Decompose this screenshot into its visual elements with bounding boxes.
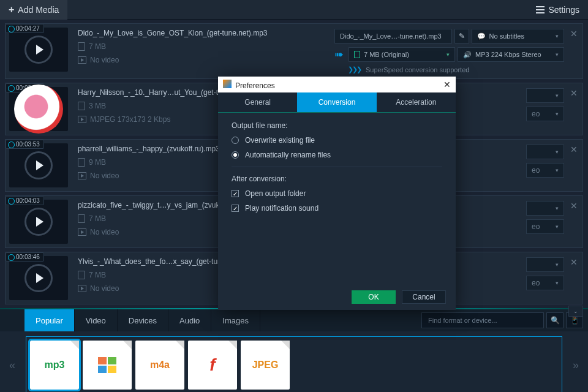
dropdown-stub[interactable] bbox=[526, 88, 564, 103]
format-preset[interactable]: JPEG bbox=[241, 341, 290, 390]
collapse-panel-button[interactable]: ⌄ bbox=[568, 306, 583, 317]
duration-badge: 00:03:46 bbox=[6, 252, 44, 262]
radio-label: Automatically rename files bbox=[245, 151, 331, 159]
duration-badge: 00:04:27 bbox=[6, 24, 44, 33]
thumbnail[interactable]: 00:03:46 bbox=[9, 256, 68, 300]
ok-button[interactable]: OK bbox=[352, 290, 396, 304]
add-media-label: Add Media bbox=[18, 5, 59, 15]
format-tab-video[interactable]: Video bbox=[75, 309, 118, 331]
radio-rename[interactable]: Automatically rename files bbox=[232, 151, 442, 159]
remove-item-button[interactable]: ✕ bbox=[570, 88, 578, 98]
checkbox-icon bbox=[232, 190, 239, 197]
format-preset[interactable]: m4a bbox=[135, 341, 184, 390]
audio-format-dropdown[interactable]: eo bbox=[526, 219, 564, 234]
file-icon bbox=[78, 158, 85, 167]
video-icon bbox=[78, 172, 86, 179]
thumbnail[interactable]: 00:04:03 bbox=[9, 200, 68, 244]
thumbnail[interactable]: 00:03:53 bbox=[9, 143, 68, 187]
dialog-tabs: GeneralConversionAcceleration bbox=[218, 92, 456, 112]
remove-item-button[interactable]: ✕ bbox=[570, 201, 578, 211]
play-icon[interactable] bbox=[24, 264, 53, 292]
plus-icon: + bbox=[9, 4, 14, 15]
audio-format-dropdown[interactable]: eo bbox=[526, 163, 564, 178]
file-size: 7 MB bbox=[78, 42, 328, 51]
prefs-tab-acceleration[interactable]: Acceleration bbox=[377, 92, 456, 112]
add-media-button[interactable]: + Add Media bbox=[0, 0, 67, 20]
dropdown-stub[interactable] bbox=[526, 257, 564, 272]
arrow-icon: ➠ bbox=[334, 48, 344, 61]
carousel-prev-button[interactable]: « bbox=[5, 359, 20, 372]
filename: Dido_-_My_Love_is_Gone_OST_Klon_(get-tun… bbox=[78, 29, 328, 37]
format-tabs: PopularVideoDevicesAudioImagesFind forma… bbox=[0, 309, 588, 331]
thumbnail[interactable]: 00:03:20 bbox=[9, 87, 68, 131]
output-size-dropdown[interactable]: 7 MB (Original) bbox=[349, 47, 455, 62]
dialog-titlebar[interactable]: Preferences ✕ bbox=[218, 77, 456, 92]
subtitles-dropdown[interactable]: 💬 No subtitles bbox=[472, 29, 564, 43]
dropdown-stub[interactable] bbox=[526, 145, 564, 159]
remove-item-button[interactable]: ✕ bbox=[570, 257, 578, 267]
video-icon bbox=[78, 228, 86, 236]
remove-item-button[interactable]: ✕ bbox=[570, 29, 578, 39]
hamburger-icon bbox=[536, 6, 545, 13]
radio-label: Overwrite existing file bbox=[245, 136, 315, 145]
video-icon bbox=[78, 116, 86, 123]
settings-label: Settings bbox=[548, 5, 579, 15]
play-icon[interactable] bbox=[24, 151, 53, 179]
file-icon bbox=[78, 42, 85, 51]
dropdown-stub[interactable] bbox=[526, 201, 564, 216]
duration-badge: 00:04:03 bbox=[6, 196, 44, 205]
thumbnail-image bbox=[14, 85, 63, 134]
play-icon[interactable] bbox=[24, 36, 53, 64]
chk-open-folder[interactable]: Open output folder bbox=[232, 189, 442, 198]
edit-button[interactable]: ✎ bbox=[454, 29, 469, 43]
remove-item-button[interactable]: ✕ bbox=[570, 145, 578, 154]
chevrons-icon: ❯❯❯ bbox=[348, 66, 361, 74]
prefs-tab-conversion[interactable]: Conversion bbox=[297, 92, 376, 112]
superspeed-info: ❯❯❯ SuperSpeed conversion supported bbox=[334, 66, 564, 74]
thumbnail[interactable]: 00:04:27 bbox=[9, 28, 68, 72]
format-preset[interactable]: mp3 bbox=[30, 341, 79, 390]
radio-icon bbox=[232, 151, 239, 159]
output-filename[interactable]: Dido_-_My_Love…-tune.net).mp3 bbox=[334, 29, 452, 43]
audio-format-dropdown[interactable]: eo bbox=[526, 107, 564, 121]
file-icon bbox=[78, 271, 85, 279]
chk-play-sound[interactable]: Play notification sound bbox=[232, 204, 442, 213]
preset-carousel: « mp3m4afJPEG » bbox=[0, 331, 588, 392]
prefs-tab-general[interactable]: General bbox=[218, 92, 297, 112]
duration-badge: 00:03:53 bbox=[6, 140, 44, 149]
radio-overwrite[interactable]: Overwrite existing file bbox=[232, 136, 442, 145]
group-after-title: After conversion: bbox=[232, 175, 442, 183]
settings-button[interactable]: Settings bbox=[527, 0, 588, 20]
audio-format-dropdown[interactable]: eo bbox=[526, 276, 564, 290]
format-preset[interactable] bbox=[83, 341, 132, 390]
format-tab-images[interactable]: Images bbox=[211, 309, 260, 331]
dialog-title: Preferences bbox=[235, 81, 275, 90]
search-button[interactable]: 🔍 bbox=[546, 312, 564, 328]
format-preset[interactable]: f bbox=[188, 341, 237, 390]
chk-label: Open output folder bbox=[245, 189, 306, 198]
search-input[interactable]: Find format or device... bbox=[421, 312, 544, 328]
close-icon[interactable]: ✕ bbox=[443, 80, 451, 89]
audio-format-dropdown[interactable]: 🔊 MP3 224 Kbps Stereo bbox=[458, 47, 564, 62]
media-row[interactable]: 00:04:27 Dido_-_My_Love_is_Gone_OST_Klon… bbox=[5, 23, 583, 79]
format-tab-audio[interactable]: Audio bbox=[168, 309, 211, 331]
format-tab-popular[interactable]: Popular bbox=[24, 309, 75, 331]
titlebar: + Add Media Settings bbox=[0, 0, 588, 20]
checkbox-icon bbox=[232, 205, 239, 212]
file-icon bbox=[78, 102, 85, 110]
carousel-next-button[interactable]: » bbox=[568, 359, 583, 372]
dialog-body: Output file name: Overwrite existing fil… bbox=[218, 113, 456, 284]
video-icon bbox=[78, 285, 86, 292]
video-info: No video bbox=[78, 56, 328, 64]
play-icon[interactable] bbox=[24, 208, 53, 236]
output-panel: Dido_-_My_Love…-tune.net).mp3 ✎ 💬 No sub… bbox=[334, 24, 582, 78]
speaker-icon: 🔊 bbox=[463, 51, 472, 59]
media-info: Dido_-_My_Love_is_Gone_OST_Klon_(get-tun… bbox=[72, 24, 334, 69]
preset-row: mp3m4afJPEG bbox=[26, 336, 562, 392]
cancel-button[interactable]: Cancel bbox=[402, 290, 446, 304]
app-icon bbox=[223, 80, 232, 88]
format-tab-devices[interactable]: Devices bbox=[118, 309, 168, 331]
file-icon bbox=[78, 214, 85, 223]
preferences-dialog: Preferences ✕ GeneralConversionAccelerat… bbox=[218, 77, 456, 310]
chk-label: Play notification sound bbox=[245, 204, 318, 213]
